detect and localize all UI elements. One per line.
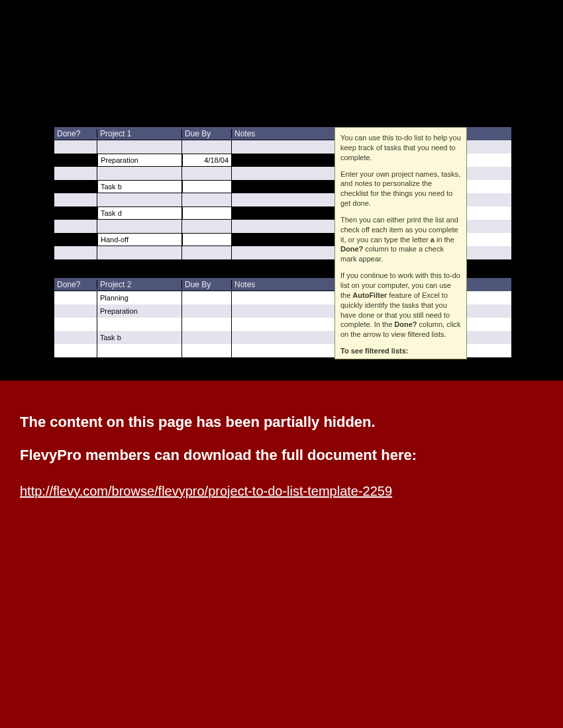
col-notes-header[interactable]: Notes — [232, 129, 334, 138]
task-cell[interactable]: Task b — [97, 331, 182, 344]
task-cell[interactable]: Planning — [97, 291, 182, 304]
hidden-content-overlay: The content on this page has been partia… — [0, 381, 563, 728]
note-paragraph: Then you can either print the list and c… — [340, 215, 461, 264]
col-notes-header[interactable]: Notes — [232, 280, 334, 289]
due-cell[interactable] — [182, 206, 232, 220]
col-due-header[interactable]: Due By — [182, 129, 232, 138]
right-stripe-column — [467, 127, 511, 375]
due-cell[interactable]: 4/18/04 — [182, 154, 232, 167]
download-link[interactable]: http://flevy.com/browse/flevypro/project… — [20, 484, 392, 498]
col-done-header[interactable]: Done? — [54, 280, 97, 289]
note-paragraph: You can use this to-do list to help you … — [340, 133, 461, 163]
document-region: Done? Project 1 Due By Notes Preparation… — [0, 0, 563, 381]
task-cell[interactable]: Hand-off — [97, 233, 182, 246]
col-project-header[interactable]: Project 2 — [97, 280, 182, 289]
col-project-header[interactable]: Project 1 — [97, 129, 182, 138]
due-cell[interactable] — [182, 180, 232, 193]
col-due-header[interactable]: Due By — [182, 280, 232, 289]
col-done-header[interactable]: Done? — [54, 129, 97, 138]
task-cell[interactable]: Task b — [97, 180, 182, 193]
due-cell[interactable] — [182, 233, 232, 246]
instructions-note: You can use this to-do list to help you … — [334, 127, 467, 359]
note-paragraph: To see filtered lists: — [340, 346, 461, 356]
overlay-line-1: The content on this page has been partia… — [20, 414, 543, 431]
note-paragraph: Enter your own project names, tasks, and… — [340, 169, 461, 208]
task-cell[interactable]: Task d — [97, 206, 182, 220]
task-cell[interactable]: Preparation — [97, 304, 182, 318]
note-paragraph: If you continue to work with this to-do … — [340, 271, 461, 340]
task-cell[interactable]: Preparation — [97, 154, 182, 167]
overlay-line-2: FlevyPro members can download the full d… — [20, 447, 543, 464]
